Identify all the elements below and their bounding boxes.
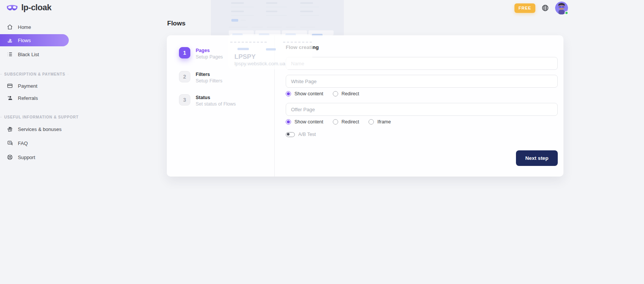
referral-user-icon — [7, 95, 13, 101]
step-title: Pages — [196, 48, 223, 54]
home-icon — [7, 24, 13, 30]
sidebar-item-label: Support — [18, 155, 35, 160]
ghost-dash — [230, 42, 267, 43]
sidebar-item-referrals[interactable]: Referrals — [0, 92, 72, 104]
offer-page-radio-iframe[interactable] — [369, 119, 374, 125]
sidebar-item-support[interactable]: Support — [0, 151, 72, 163]
sidebar-section-title: SUBSCRIPTION & PAYMENTS — [0, 71, 72, 77]
step-filters[interactable]: 2 Filters Setup Filters — [179, 71, 222, 84]
sidebar-item-label: FAQ — [18, 140, 28, 146]
step-title: Filters — [196, 72, 222, 77]
white-page-input[interactable] — [286, 75, 558, 88]
credit-card-icon — [7, 83, 13, 89]
plan-badge[interactable]: FREE — [514, 3, 535, 13]
mask-logo-icon — [6, 3, 18, 12]
ab-test-toggle[interactable] — [286, 132, 295, 137]
list-icon — [7, 51, 13, 57]
sidebar-item-flows[interactable]: Flows — [0, 34, 69, 46]
radio-label[interactable]: Show content — [294, 119, 323, 125]
radio-label[interactable]: Show content — [294, 91, 323, 96]
sidebar-item-label: Payment — [18, 83, 37, 89]
svg-text:?!: ?! — [9, 142, 11, 144]
offer-page-radio-show-content[interactable] — [286, 119, 291, 125]
sidebar-item-payment[interactable]: Payment — [0, 80, 72, 92]
sidebar-item-black-list[interactable]: Black List — [0, 49, 72, 60]
ghost-preview-url: lpspy.webstick.com.ua — [234, 61, 285, 66]
white-page-radio-show-content[interactable] — [286, 91, 291, 96]
gift-icon — [7, 126, 13, 132]
brand-logo[interactable]: lp-cloak — [6, 3, 51, 13]
ghost-pill — [266, 48, 276, 50]
sidebar-item-label: Home — [18, 24, 31, 30]
sidebar-item-label: Referrals — [18, 95, 38, 101]
flow-name-input[interactable] — [286, 57, 558, 70]
radio-label[interactable]: Iframe — [377, 119, 391, 125]
sidebar-item-services-bonuses[interactable]: Services & bonuses — [0, 123, 72, 135]
step-number-badge: 1 — [179, 47, 190, 58]
step-pages[interactable]: 1 Pages Setup Pages — [179, 47, 223, 60]
card-divider — [274, 35, 275, 177]
online-status-dot — [565, 11, 568, 15]
sidebar-item-label: Services & bonuses — [18, 126, 62, 132]
step-status[interactable]: 3 Status Set status of Flows — [179, 94, 236, 107]
ghost-pill — [237, 48, 249, 50]
language-globe-icon[interactable] — [541, 4, 549, 12]
step-subtitle: Setup Pages — [196, 54, 223, 60]
toggle-knob — [287, 133, 290, 136]
step-subtitle: Set status of Flows — [196, 101, 236, 107]
sidebar-item-home[interactable]: Home — [0, 21, 72, 33]
ghost-preview-title: LPSPY — [234, 53, 256, 61]
ghost-dash — [283, 42, 312, 43]
faq-bubble-icon: ?! — [7, 140, 13, 146]
sidebar-item-label: Black List — [18, 52, 39, 57]
next-step-button[interactable]: Next step — [516, 150, 558, 166]
form-title: Flow creating — [286, 44, 319, 50]
step-title: Status — [196, 95, 236, 101]
offer-page-input[interactable] — [286, 103, 558, 116]
step-number-badge: 2 — [179, 71, 190, 82]
sidebar-item-faq[interactable]: ?! FAQ — [0, 137, 72, 149]
lifebuoy-icon — [7, 154, 13, 160]
step-subtitle: Setup Filters — [196, 78, 222, 84]
app-window: lp-cloak FREE — [0, 0, 644, 284]
sidebar-section-title: USEFUL INFORMATION & SUPPORT — [0, 114, 72, 120]
page-title: Flows — [167, 20, 185, 27]
ab-test-label: A/B Test — [298, 132, 316, 137]
sidebar-item-label: Flows — [18, 38, 31, 43]
user-avatar[interactable] — [555, 2, 568, 14]
white-page-radio-redirect[interactable] — [333, 91, 338, 96]
flows-stack-icon — [7, 37, 13, 43]
step-number-badge: 3 — [179, 94, 190, 106]
offer-page-radio-redirect[interactable] — [333, 119, 338, 125]
flow-creating-card: 1 Pages Setup Pages 2 Filters Setup Filt… — [167, 35, 563, 177]
radio-label[interactable]: Redirect — [342, 119, 359, 125]
radio-label[interactable]: Redirect — [342, 91, 359, 96]
brand-name: lp-cloak — [21, 3, 51, 13]
